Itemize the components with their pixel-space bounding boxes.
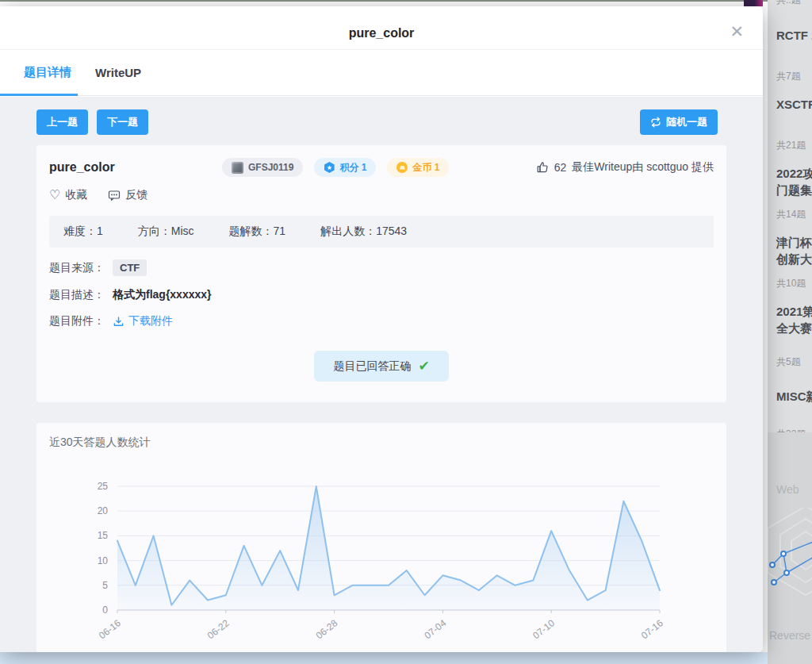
svg-text:0: 0 [102, 605, 108, 616]
svg-text:10: 10 [98, 555, 109, 566]
solvers-value: 17543 [376, 225, 407, 237]
page-top-strip [0, 0, 812, 6]
svg-text:06-22: 06-22 [205, 617, 232, 641]
description-value: 格式为flag{xxxxxx} [113, 288, 212, 302]
modal-titlebar: pure_color ✕ [0, 6, 763, 50]
skill-web-label: Web [776, 483, 812, 496]
answered-status-badge: 题目已回答正确 ✔ [314, 351, 448, 382]
next-question-button[interactable]: 下一题 [97, 109, 148, 135]
best-writeup-note: 最佳Writeup由 scottguo 提供 [572, 160, 714, 175]
nav-button-row: 上一题 下一题 随机一题 [36, 109, 726, 135]
like-count: 62 [554, 161, 567, 174]
sidebar-item-2022[interactable]: 2022攻 门题集 [776, 165, 812, 198]
svg-text:06-28: 06-28 [314, 617, 340, 641]
tab-bar: 题目详情 WriteUP [0, 50, 763, 96]
difficulty-label: 难度： [63, 225, 97, 237]
solvers-label: 解出人数： [320, 225, 376, 237]
challenge-id-badge: GFSJ0119 [222, 158, 303, 177]
description-label: 题目描述： [49, 288, 105, 302]
challenge-name: pure_color [49, 160, 222, 175]
writeups-value: 71 [274, 225, 286, 237]
sidebar-item-rctf[interactable]: RCTF 2 [776, 27, 812, 44]
skill-reverse-label: Reverse [769, 629, 810, 642]
svg-text:25: 25 [98, 481, 109, 492]
svg-text:5: 5 [102, 580, 108, 591]
challenge-id-text: GFSJ0119 [248, 162, 293, 173]
random-question-button[interactable]: 随机一题 [640, 109, 718, 135]
coin-text: 金币 1 [412, 161, 439, 175]
platform-logo-icon [232, 162, 243, 174]
svg-text:07-16: 07-16 [639, 617, 665, 641]
page-header-sliver [744, 0, 763, 6]
challenge-info-card: pure_color GFSJ0119 ★ 积分 1 金币 1 [36, 145, 726, 402]
answered-text: 题目已回答正确 [333, 359, 411, 374]
feedback-label: 反馈 [125, 188, 147, 202]
download-attachment-link[interactable]: 下载附件 [113, 314, 173, 328]
coin-badge: 金币 1 [387, 158, 449, 177]
gold-coin-icon [396, 162, 408, 173]
source-chip: CTF [113, 259, 147, 276]
check-icon: ✔ [418, 358, 429, 374]
shuffle-icon [650, 117, 661, 128]
random-question-label: 随机一题 [666, 115, 707, 129]
sidebar-item-count: 共14题 [776, 208, 812, 221]
sidebar-item-count: 共7题 [776, 70, 812, 83]
svg-text:20: 20 [98, 505, 109, 516]
tab-writeup[interactable]: WriteUP [95, 50, 141, 95]
sidebar-item-xsctf[interactable]: XSCTF [776, 96, 812, 113]
svg-text:07-04: 07-04 [422, 617, 448, 641]
heart-icon: ♡ [49, 190, 60, 201]
difficulty-value: 1 [97, 225, 103, 237]
feedback-bubble-icon [108, 190, 121, 202]
sidebar-item-count: 共..题 [776, 0, 812, 7]
score-star-icon: ★ [324, 162, 335, 173]
stats-chart-card: 近30天答题人数统计 051015202506-1606-2206-2807-0… [36, 423, 726, 652]
prev-question-button[interactable]: 上一题 [36, 109, 88, 135]
challenge-modal: pure_color ✕ 题目详情 WriteUP 上一题 下一题 随机一题 p… [0, 6, 763, 652]
sidebar-item-jinmen[interactable]: 津门杯 创新大赛 [776, 234, 812, 267]
stats-bar: 难度：1 方向：Misc 题解数：71 解出人数：17543 [49, 216, 714, 248]
score-text: 积分 1 [339, 161, 366, 175]
answers-chart: 051015202506-1606-2206-2807-0407-1007-16 [71, 469, 706, 652]
sidebar-item-misc[interactable]: MISC新 [776, 388, 812, 405]
modal-title: pure_color [0, 26, 763, 40]
svg-text:15: 15 [98, 530, 109, 541]
window-top-edge [0, 0, 812, 2]
category-value: Misc [171, 225, 194, 237]
svg-text:06-16: 06-16 [97, 617, 123, 641]
sidebar-item-count: 共21题 [776, 139, 812, 152]
download-attachment-label: 下载附件 [128, 314, 173, 328]
category-label: 方向： [138, 225, 171, 237]
chart-section-title: 近30天答题人数统计 [49, 436, 714, 450]
close-icon[interactable]: ✕ [730, 24, 744, 40]
modal-body: 上一题 下一题 随机一题 pure_color GFSJ0119 [0, 97, 763, 652]
tab-challenge-details[interactable]: 题目详情 [24, 50, 71, 95]
favorite-button[interactable]: ♡ 收藏 [49, 188, 87, 202]
course-sidebar: 共..题 RCTF 2 共7题 XSCTF 共21题 2022攻 门题集 共14… [768, 0, 812, 664]
download-icon [113, 316, 124, 328]
skill-radar-panel: Web Reverse [768, 432, 812, 664]
writeups-label: 题解数： [229, 225, 274, 237]
feedback-button[interactable]: 反馈 [108, 188, 147, 202]
sidebar-item-2021[interactable]: 2021第 全大赛 [776, 303, 812, 336]
attachment-label: 题目附件： [49, 314, 105, 328]
skill-graph [768, 508, 812, 627]
favorite-label: 收藏 [65, 188, 87, 202]
thumbs-up-icon[interactable] [536, 161, 549, 174]
score-badge: ★ 积分 1 [314, 158, 376, 177]
source-label: 题目来源： [49, 261, 105, 275]
page-bottom-strip [0, 652, 768, 664]
sidebar-item-count: 共5题 [776, 355, 812, 369]
sidebar-item-count: 共10题 [776, 277, 812, 290]
svg-text:07-10: 07-10 [530, 617, 557, 641]
